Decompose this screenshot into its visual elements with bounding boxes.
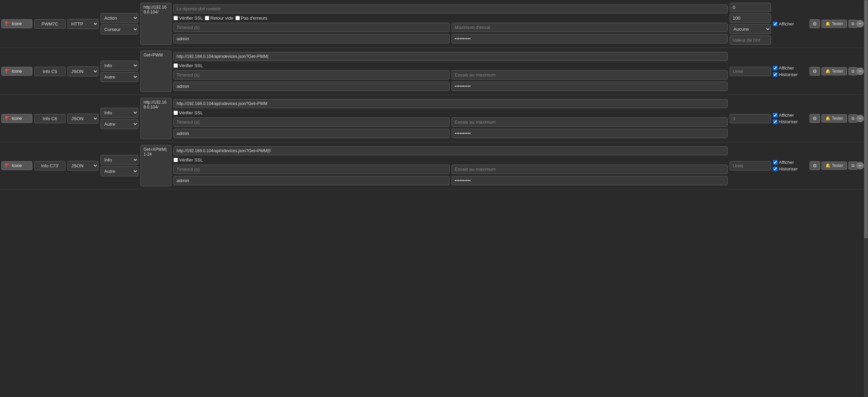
icon-button[interactable]: 🚩 Icone	[1, 67, 32, 76]
sub-action-select[interactable]: Curseur	[100, 24, 138, 34]
main-url-input[interactable]	[173, 52, 728, 61]
ssl-checkbox-label[interactable]: Vérifier SSL	[173, 15, 203, 21]
username-input[interactable]	[173, 34, 449, 43]
historiser-label: Historiser	[779, 119, 798, 124]
url-area-cell: Get=PWM	[140, 51, 171, 92]
afficher-checkbox[interactable]	[773, 66, 777, 70]
timeout-input[interactable]	[173, 117, 449, 127]
tester-button[interactable]: 🔔 Tester	[822, 20, 847, 28]
tools-cell: ⚙ 🔔 Tester ⧉	[809, 3, 854, 45]
max-essai-input[interactable]	[452, 117, 728, 127]
url-textarea[interactable]: http://192.168.0.104/	[140, 98, 171, 139]
gear-button[interactable]: ⚙	[809, 19, 820, 28]
timeout-input[interactable]	[173, 70, 449, 80]
ssl-checkbox[interactable]	[173, 63, 178, 68]
historiser-checkbox[interactable]	[773, 119, 777, 124]
password-input[interactable]	[452, 34, 728, 43]
action-select[interactable]: Info	[100, 108, 138, 118]
max-essai-input[interactable]	[452, 70, 728, 80]
unit-dropdown[interactable]: Aucune	[730, 24, 771, 34]
afficher-checkbox[interactable]	[773, 22, 777, 26]
credentials-row	[173, 82, 728, 91]
unit-cell	[730, 51, 771, 92]
retour-vide-checkbox[interactable]	[205, 16, 209, 20]
unit-value[interactable]	[730, 114, 771, 123]
protocol-select[interactable]: JSON	[67, 66, 98, 76]
display-cell: Afficher	[773, 3, 807, 45]
icon-button[interactable]: 🚩 Icone	[1, 114, 32, 123]
afficher-checkbox[interactable]	[773, 160, 777, 165]
gear-button[interactable]: ⚙	[809, 114, 820, 123]
unit-cell: Aucune	[730, 3, 771, 45]
gear-button[interactable]: ⚙	[809, 67, 820, 76]
pas-erreurs-label[interactable]: Pas d'erreurs	[235, 15, 267, 21]
protocol-select[interactable]: JSON	[67, 161, 98, 171]
tester-label: Tester	[832, 69, 843, 74]
sub-action-select[interactable]: Autre	[100, 72, 138, 82]
tester-label: Tester	[832, 116, 843, 121]
timeout-input[interactable]	[173, 165, 449, 174]
retour-vide-label[interactable]: Retour vide	[205, 15, 233, 21]
password-input[interactable]	[452, 176, 728, 185]
tools-row: ⚙ 🔔 Tester ⧉	[809, 161, 858, 170]
action-select[interactable]: Info	[100, 61, 138, 71]
ssl-checkbox-label[interactable]: Vérifier SSL	[173, 157, 203, 163]
password-input[interactable]	[452, 82, 728, 91]
unit-value[interactable]	[730, 161, 771, 170]
remove-button[interactable]: −	[856, 20, 864, 28]
gear-button[interactable]: ⚙	[809, 161, 820, 170]
tester-button[interactable]: 🔔 Tester	[822, 161, 847, 170]
password-input[interactable]	[452, 129, 728, 138]
protocol-select[interactable]: HTTP	[67, 19, 98, 29]
unit-value[interactable]	[730, 67, 771, 76]
main-section: Vérifier SSL	[173, 146, 728, 185]
max-essai-input[interactable]	[452, 23, 728, 32]
action-select[interactable]: Info	[100, 155, 138, 165]
max-essai-input[interactable]	[452, 165, 728, 174]
scrollbar-thumb[interactable]	[864, 0, 868, 189]
historiser-checkbox[interactable]	[773, 72, 777, 77]
scrollbar-track[interactable]	[864, 0, 868, 189]
main-url-input[interactable]	[173, 99, 728, 108]
main-section: La réponse doit contenir Vérifier SSL Re…	[173, 4, 728, 43]
ssl-checkbox[interactable]	[173, 111, 178, 115]
ssl-checkbox-label[interactable]: Vérifier SSL	[173, 110, 203, 115]
timeout-input[interactable]	[173, 23, 449, 32]
username-input[interactable]	[173, 129, 449, 138]
response-placeholder: La réponse doit contenir	[173, 4, 728, 13]
unit-section	[730, 114, 771, 123]
icon-button[interactable]: 🚩 Icone	[1, 161, 32, 170]
username-input[interactable]	[173, 176, 449, 185]
remove-button[interactable]: −	[856, 67, 864, 75]
action-select[interactable]: Action	[100, 13, 138, 23]
url-textarea[interactable]: Get=PWM	[140, 51, 171, 92]
afficher-label: Afficher	[779, 113, 794, 118]
tester-label: Tester	[832, 21, 843, 26]
tester-button[interactable]: 🔔 Tester	[822, 67, 847, 75]
ssl-checkbox[interactable]	[173, 158, 178, 162]
ssl-checkbox[interactable]	[173, 16, 178, 20]
historiser-checkbox[interactable]	[773, 167, 777, 171]
pas-erreurs-checkbox[interactable]	[235, 16, 240, 20]
remove-button[interactable]: −	[856, 162, 864, 169]
unit-inf[interactable]	[730, 35, 771, 45]
sub-action-select[interactable]: Autre	[100, 166, 138, 176]
username-input[interactable]	[173, 82, 449, 91]
tester-button[interactable]: 🔔 Tester	[822, 114, 847, 123]
url-area-cell: http://192.168.0.104/	[140, 3, 171, 45]
remove-button[interactable]: −	[856, 115, 864, 122]
main-url-input[interactable]	[173, 146, 728, 155]
sub-action-select[interactable]: Autre	[100, 119, 138, 129]
device-row: 🚩 Icone PWM7C HTTP Action Curseur http:/…	[0, 0, 868, 48]
main-section: Vérifier SSL	[173, 99, 728, 138]
bell-icon: 🔔	[825, 21, 830, 26]
credentials-row	[173, 129, 728, 138]
unit-value2[interactable]	[730, 13, 771, 23]
url-textarea[interactable]: http://192.168.0.104/	[140, 3, 171, 45]
unit-value1[interactable]	[730, 3, 771, 12]
protocol-select[interactable]: JSON	[67, 114, 98, 124]
afficher-checkbox[interactable]	[773, 113, 777, 117]
icon-button[interactable]: 🚩 Icone	[1, 19, 32, 28]
url-textarea[interactable]: Get=XPWM|1-24	[140, 145, 171, 186]
ssl-checkbox-label[interactable]: Vérifier SSL	[173, 63, 203, 68]
